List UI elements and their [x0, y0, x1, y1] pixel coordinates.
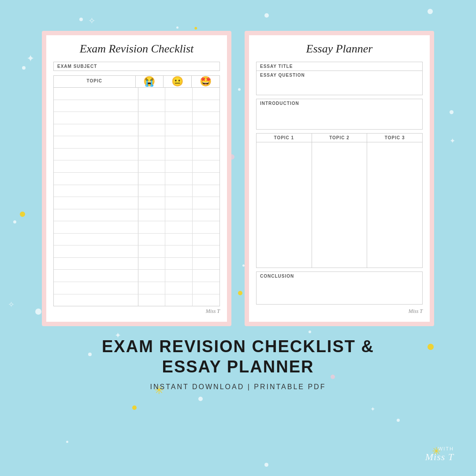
emoji-cell-1: [138, 160, 166, 172]
introduction-section: INTRODUCTION: [256, 99, 423, 130]
exam-subject-field: EXAM SUBJECT: [53, 62, 220, 71]
checklist-row: [54, 245, 219, 258]
topic-cell: [54, 173, 138, 185]
topics-grid: TOPIC 1 TOPIC 2 TOPIC 3: [256, 133, 423, 268]
emoji-cell-1: [138, 149, 166, 160]
emoji-cell-1: [138, 112, 166, 124]
subtitle: INSTANT DOWNLOAD | PRINTABLE PDF: [102, 383, 374, 391]
topic-cell: [54, 112, 138, 124]
main-title-line2: ESSAY PLANNER: [102, 357, 374, 377]
conclusion-section: CONCLUSION: [256, 271, 423, 305]
emoji-cell-2: [165, 245, 193, 257]
topic-cell: [54, 88, 138, 100]
emoji-cell-3: [193, 282, 219, 294]
emoji-cell-1: [138, 88, 166, 100]
topic-col-2: TOPIC 2: [312, 134, 368, 268]
emoji-cell-2: [165, 88, 193, 100]
emoji-cell-2: [165, 221, 193, 233]
emoji-cell-3: [193, 173, 219, 185]
emoji-cell-3: [193, 258, 219, 270]
checklist-row: [54, 294, 219, 306]
topic-cell: [54, 124, 138, 136]
emoji-cell-3: [193, 294, 219, 306]
essay-inner: Essay Planner ESSAY TITLE ESSAY QUESTION…: [249, 35, 430, 322]
emoji-cell-3: [193, 124, 219, 136]
checklist-row: [54, 136, 219, 149]
checklist-row: [54, 149, 219, 161]
emoji-cell-3: [193, 245, 219, 257]
checklist-title: Exam Revision Checklist: [53, 42, 220, 56]
topic-cell: [54, 282, 138, 294]
emoji-cell-2: [165, 234, 193, 245]
checklist-row: [54, 88, 219, 100]
emoji-cell-3: [193, 88, 219, 100]
checklist-row: [54, 258, 219, 270]
emoji-cell-2: [165, 294, 193, 306]
topic-cell: [54, 221, 138, 233]
checklist-row: [54, 185, 219, 197]
checklist-rows-area: [54, 88, 219, 306]
emoji-cell-1: [138, 100, 166, 112]
topic-cell: [54, 197, 138, 209]
checklist-row: [54, 160, 219, 173]
topic-2-header: TOPIC 2: [312, 134, 367, 142]
emoji-cell-1: [138, 245, 166, 257]
main-title-line1: EXAM REVISION CHECKLIST &: [102, 337, 374, 357]
emoji-cell-1: [138, 173, 166, 185]
checklist-row: [54, 234, 219, 246]
essay-question-field: ESSAY QUESTION: [256, 71, 423, 95]
topic-cell: [54, 270, 138, 282]
checklist-row: [54, 197, 219, 209]
checklist-row: [54, 173, 219, 185]
emoji-cell-1: [138, 136, 166, 148]
topic-cell: [54, 245, 138, 257]
documents-row: Exam Revision Checklist EXAM SUBJECT TOP…: [22, 31, 454, 326]
topic-cell: [54, 294, 138, 306]
emoji-cell-1: [138, 270, 166, 282]
emoji-cell-1: [138, 258, 166, 270]
emoji-col-3: 🤩: [192, 76, 219, 87]
checklist-row: [54, 209, 219, 222]
topic-cell: [54, 234, 138, 245]
topic-cell: [54, 185, 138, 197]
topic-col-3: TOPIC 3: [367, 134, 422, 268]
emoji-cell-2: [165, 270, 193, 282]
essay-signature: Miss T: [256, 308, 423, 315]
main-content: Exam Revision Checklist EXAM SUBJECT TOP…: [22, 26, 454, 454]
emoji-cell-1: [138, 294, 166, 306]
introduction-label: INTRODUCTION: [260, 101, 419, 106]
emoji-cell-2: [165, 100, 193, 112]
essay-title: Essay Planner: [256, 42, 423, 56]
watermark-with: WITH: [425, 446, 454, 451]
checklist-card: Exam Revision Checklist EXAM SUBJECT TOP…: [42, 31, 231, 326]
topic-cell: [54, 258, 138, 270]
emoji-cell-3: [193, 209, 219, 221]
emoji-cell-3: [193, 136, 219, 148]
emoji-cell-2: [165, 197, 193, 209]
topic-cell: [54, 149, 138, 160]
emoji-cell-3: [193, 221, 219, 233]
emoji-cell-1: [138, 124, 166, 136]
emoji-cell-1: [138, 221, 166, 233]
emoji-cell-3: [193, 270, 219, 282]
essay-title-field: ESSAY TITLE: [256, 62, 423, 71]
watermark: WITH Miss T: [425, 446, 454, 463]
checklist-row: [54, 112, 219, 124]
watermark-name: Miss T: [425, 451, 454, 463]
emoji-cell-2: [165, 136, 193, 148]
checklist-signature: Miss T: [53, 308, 220, 315]
topic-cell: [54, 209, 138, 221]
checklist-row: [54, 270, 219, 282]
checklist-table: TOPIC 😭 😐 🤩: [53, 75, 220, 306]
emoji-cell-1: [138, 282, 166, 294]
emoji-cell-2: [165, 160, 193, 172]
emoji-cell-3: [193, 112, 219, 124]
topic-1-header: TOPIC 1: [257, 134, 312, 142]
emoji-cell-2: [165, 124, 193, 136]
emoji-cell-3: [193, 197, 219, 209]
emoji-cell-2: [165, 258, 193, 270]
conclusion-label: CONCLUSION: [260, 274, 419, 279]
topic-cell: [54, 136, 138, 148]
emoji-cell-2: [165, 149, 193, 160]
topic-cell: [54, 160, 138, 172]
